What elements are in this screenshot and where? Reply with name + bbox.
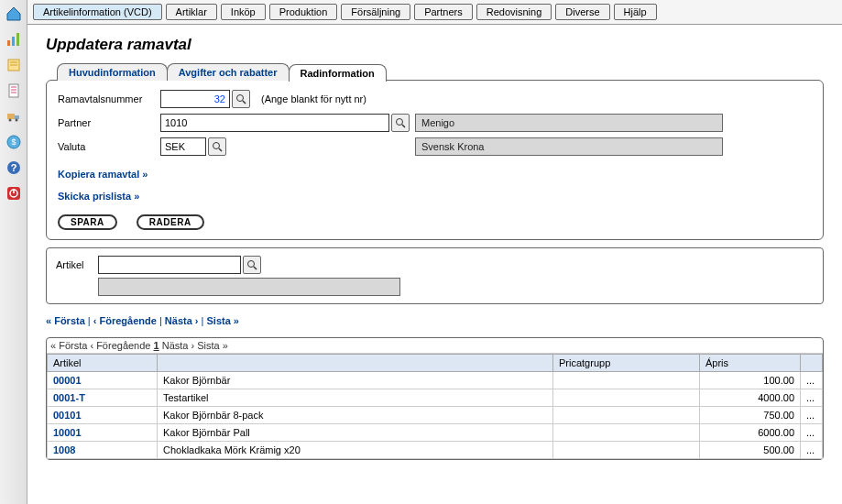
svg-rect-6 — [9, 84, 18, 97]
spara-button[interactable]: SPARA — [58, 214, 117, 230]
partner-lookup[interactable] — [391, 114, 410, 132]
home-icon[interactable] — [4, 4, 24, 24]
cell-name: Kakor Björnbär — [158, 372, 553, 389]
note-icon[interactable] — [4, 55, 24, 75]
cell-pricat — [553, 424, 700, 442]
svg-rect-0 — [7, 40, 10, 46]
cell-more[interactable]: ... — [801, 389, 823, 407]
document-icon[interactable] — [4, 81, 24, 101]
ramavtalsnummer-lookup[interactable] — [232, 90, 250, 108]
svg-line-26 — [219, 148, 222, 151]
table-row[interactable]: 10001Kakor Björnbär Pall6000.00... — [48, 424, 823, 442]
menu-partners[interactable]: Partners — [414, 4, 473, 20]
menu-artikelinfo[interactable]: Artikelinformation (VCD) — [33, 4, 162, 20]
menu-forsaljning[interactable]: Försäljning — [341, 4, 410, 20]
svg-point-27 — [248, 261, 255, 268]
valuta-input[interactable] — [160, 137, 206, 156]
table-row[interactable]: 00101Kakor Björnbär 8-pack750.00... — [48, 407, 823, 424]
page-title: Uppdatera ramavtal — [46, 36, 824, 54]
cell-pricat — [553, 442, 700, 459]
menu-diverse[interactable]: Diverse — [555, 4, 609, 20]
svg-line-28 — [254, 267, 257, 269]
cell-pricat — [553, 407, 700, 424]
tpager-last[interactable]: Sista » — [197, 340, 228, 351]
table-panel: « Första ‹ Föregående 1 Nästa › Sista » … — [46, 337, 824, 460]
svg-text:$: $ — [11, 137, 16, 147]
svg-line-24 — [402, 125, 405, 127]
valuta-lookup[interactable] — [208, 137, 226, 156]
menu-hjalp[interactable]: Hjälp — [614, 4, 657, 20]
search-icon — [246, 259, 257, 270]
cell-artikel[interactable]: 00001 — [48, 372, 158, 389]
tpager-first[interactable]: « Första — [50, 340, 87, 351]
pager-last[interactable]: Sista » — [207, 315, 239, 326]
cell-more[interactable]: ... — [801, 442, 823, 459]
cell-pricat — [553, 372, 700, 389]
th-more — [801, 355, 823, 372]
svg-text:?: ? — [10, 162, 16, 173]
th-name[interactable] — [158, 355, 553, 372]
tab-avgifter[interactable]: Avgifter och rabatter — [167, 63, 290, 81]
svg-point-25 — [213, 143, 220, 149]
svg-rect-2 — [16, 33, 19, 46]
tab-huvudinformation[interactable]: Huvudinformation — [57, 63, 168, 81]
help-icon[interactable]: ? — [4, 158, 24, 178]
cell-artikel[interactable]: 10001 — [48, 424, 158, 442]
article-table: Artikel Pricatgrupp Ápris 00001Kakor Bjö… — [47, 354, 823, 459]
ramavtalsnummer-hint: (Ange blankt för nytt nr) — [261, 93, 366, 104]
skicka-link[interactable]: Skicka prislista » — [58, 191, 139, 202]
svg-rect-1 — [12, 37, 15, 46]
th-pricat[interactable]: Pricatgrupp — [553, 355, 700, 372]
artikel-lookup[interactable] — [243, 256, 261, 274]
cell-artikel[interactable]: 1008 — [48, 442, 158, 459]
tpager-prev[interactable]: ‹ Föregående — [90, 340, 150, 351]
cell-name: Kakor Björnbär 8-pack — [158, 407, 553, 424]
table-row[interactable]: 1008Chokladkaka Mörk Krämig x20500.00... — [48, 442, 823, 459]
menu-artiklar[interactable]: Artiklar — [166, 4, 217, 20]
cell-artikel[interactable]: 00101 — [48, 407, 158, 424]
cell-name: Kakor Björnbär Pall — [158, 424, 553, 442]
tpager-next[interactable]: Nästa › — [162, 340, 194, 351]
tpager-page: 1 — [154, 340, 159, 351]
partner-input[interactable] — [160, 114, 389, 132]
svg-point-13 — [15, 119, 17, 122]
svg-point-12 — [8, 119, 11, 122]
pager-first[interactable]: « Första — [46, 315, 85, 326]
table-row[interactable]: 00001Kakor Björnbär100.00... — [48, 372, 823, 389]
cell-more[interactable]: ... — [801, 372, 823, 389]
chart-icon[interactable] — [4, 29, 24, 49]
menu-inkop[interactable]: Inköp — [221, 4, 266, 20]
valuta-name: Svensk Krona — [415, 137, 723, 156]
artikel-panel: Artikel — [46, 247, 824, 304]
th-apris[interactable]: Ápris — [700, 355, 801, 372]
radera-button[interactable]: RADERA — [137, 214, 204, 230]
pager-next[interactable]: Nästa › — [165, 315, 199, 326]
valuta-label: Valuta — [58, 141, 160, 152]
menu-produktion[interactable]: Produktion — [269, 4, 338, 20]
table-pager: « Första ‹ Föregående 1 Nästa › Sista » — [47, 338, 823, 354]
tab-radinformation[interactable]: Radinformation — [289, 64, 387, 82]
menu-redovisning[interactable]: Redovisning — [476, 4, 552, 20]
cell-more[interactable]: ... — [801, 407, 823, 424]
kopiera-link[interactable]: Kopiera ramavtal » — [58, 169, 148, 180]
ramavtalsnummer-input[interactable] — [160, 90, 230, 108]
tabs: Huvudinformation Avgifter och rabatter R… — [57, 63, 824, 81]
svg-point-21 — [237, 95, 244, 102]
cell-artikel[interactable]: 0001-T — [48, 389, 158, 407]
truck-icon[interactable] — [4, 106, 24, 126]
svg-rect-11 — [15, 115, 19, 119]
cell-name: Chokladkaka Mörk Krämig x20 — [158, 442, 553, 459]
pager-prev[interactable]: ‹ Föregående — [93, 315, 157, 326]
power-icon[interactable] — [4, 183, 24, 203]
th-artikel[interactable]: Artikel — [48, 355, 158, 372]
pager: « Första | ‹ Föregående | Nästa › | Sist… — [46, 315, 824, 326]
partner-name: Menigo — [415, 114, 723, 132]
cell-more[interactable]: ... — [801, 424, 823, 442]
cell-apris: 6000.00 — [700, 424, 801, 442]
money-icon[interactable]: $ — [4, 132, 24, 152]
svg-rect-10 — [7, 114, 15, 119]
cell-apris: 500.00 — [700, 442, 801, 459]
search-icon — [395, 117, 406, 128]
table-row[interactable]: 0001-TTestartikel4000.00... — [48, 389, 823, 407]
artikel-input[interactable] — [98, 256, 241, 274]
